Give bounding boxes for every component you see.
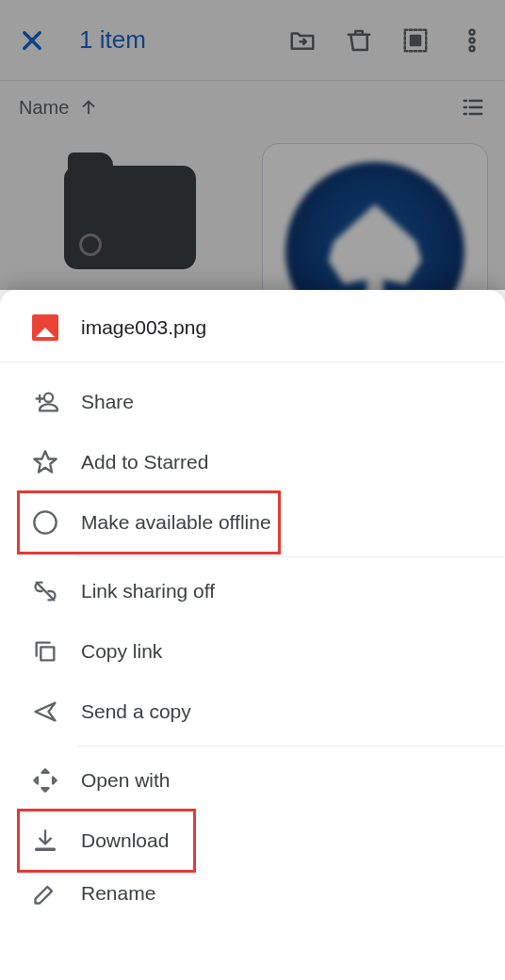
svg-point-2 (470, 29, 475, 34)
bottom-sheet: image003.png Share Add to Starred Make a… (0, 290, 505, 980)
menu-rename-label: Rename (81, 882, 155, 905)
offline-icon (32, 509, 58, 536)
menu-copy-link[interactable]: Copy link (0, 621, 505, 682)
close-icon[interactable] (19, 27, 45, 54)
svg-point-4 (470, 46, 475, 51)
rename-icon (32, 880, 58, 907)
menu-open-with[interactable]: Open with (0, 750, 505, 811)
selection-count: 1 item (79, 25, 288, 55)
copy-icon (32, 638, 58, 665)
menu-star-label: Add to Starred (81, 451, 208, 474)
menu-link-sharing-label: Link sharing off (81, 580, 215, 602)
menu-send-copy[interactable]: Send a copy (0, 682, 505, 742)
menu-link-sharing[interactable]: Link sharing off (0, 561, 505, 621)
open-with-icon (32, 767, 58, 794)
sort-label-text: Name (19, 97, 69, 119)
menu-share-label: Share (81, 391, 134, 413)
menu-open-with-label: Open with (81, 769, 171, 792)
action-menu: Share Add to Starred Make available offl… (0, 362, 505, 918)
arrow-up-icon (78, 97, 99, 118)
menu-rename[interactable]: Rename (0, 871, 505, 908)
download-icon (32, 827, 58, 854)
menu-divider (77, 556, 505, 557)
svg-point-3 (470, 38, 475, 42)
selection-toolbar: 1 item (0, 0, 505, 81)
sort-row: Name (0, 81, 505, 134)
delete-icon[interactable] (345, 26, 373, 55)
list-view-icon[interactable] (460, 94, 486, 120)
star-icon (32, 449, 58, 475)
menu-offline[interactable]: Make available offline (0, 492, 505, 553)
menu-send-copy-label: Send a copy (81, 700, 191, 723)
menu-download[interactable]: Download (0, 811, 505, 871)
svg-point-6 (34, 511, 56, 533)
sheet-filename: image003.png (81, 316, 206, 339)
menu-star[interactable]: Add to Starred (0, 432, 505, 492)
menu-share[interactable]: Share (0, 372, 505, 432)
svg-rect-1 (411, 36, 420, 45)
move-icon[interactable] (288, 26, 317, 55)
person-add-icon (32, 389, 58, 415)
svg-point-5 (44, 394, 53, 402)
menu-divider (77, 746, 505, 747)
menu-copy-link-label: Copy link (81, 640, 162, 663)
image-file-icon (32, 314, 58, 341)
link-off-icon (32, 578, 58, 604)
sheet-header: image003.png (0, 290, 505, 362)
more-icon[interactable] (458, 26, 486, 55)
background-content: 1 item Name (0, 0, 505, 290)
menu-download-label: Download (81, 829, 169, 852)
menu-offline-label: Make available offline (81, 511, 271, 534)
sort-by-name[interactable]: Name (19, 97, 460, 119)
svg-rect-7 (41, 647, 54, 660)
select-all-icon[interactable] (401, 26, 430, 55)
send-icon (32, 699, 58, 725)
